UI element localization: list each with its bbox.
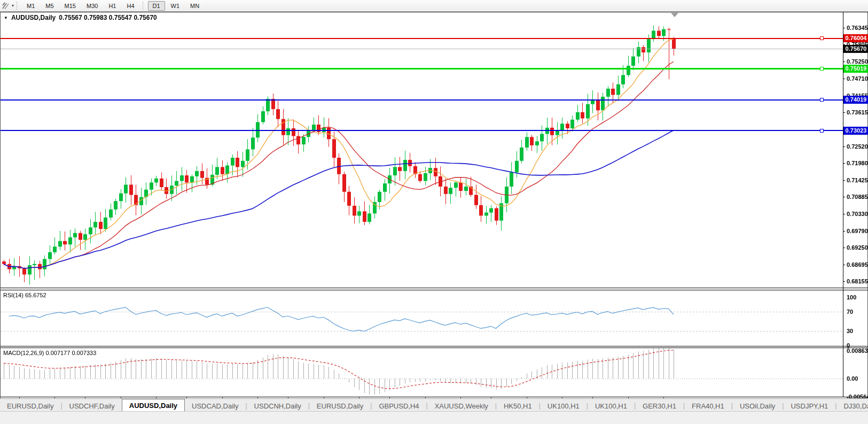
diagonal-hatch-icon: [2, 2, 10, 10]
price-tick-label: 0.69790: [847, 228, 868, 235]
price-tick: [843, 281, 845, 282]
timeframe-button-m15[interactable]: M15: [60, 1, 81, 11]
chart-tab-uk100-h1[interactable]: UK100,H1: [541, 400, 587, 412]
price-tick: [843, 61, 845, 62]
timeframe-button-w1[interactable]: W1: [166, 1, 185, 11]
price-level-badge: 0.75019: [843, 65, 868, 73]
price-tick: [843, 28, 845, 28]
price-tick: [843, 248, 845, 248]
price-tick-label: 0.70330: [847, 211, 868, 218]
timeframe-button-m5[interactable]: M5: [41, 1, 58, 11]
price-tick-label: 0.73615: [847, 109, 868, 116]
horizontal-level-line[interactable]: [1, 99, 843, 101]
chart-tab-uk100-h1[interactable]: UK100,H1: [588, 400, 634, 412]
horizontal-level-line[interactable]: [1, 38, 843, 39]
horizontal-level-line[interactable]: [1, 68, 843, 70]
rsi-canvas[interactable]: [1, 290, 843, 345]
price-tick: [843, 231, 845, 232]
price-tick: [843, 79, 845, 79]
chart-window: ▼ AUDUSD,Daily 0.75567 0.75983 0.75547 0…: [0, 12, 868, 423]
chart-tab-usdcnh-daily[interactable]: USDCNH,Daily: [247, 400, 308, 412]
price-tick-label: 0.70885: [847, 194, 868, 201]
price-level-badge: 0.74019: [843, 96, 868, 104]
price-tick-label: 0.71980: [847, 160, 868, 167]
rsi-axis-label: 70: [847, 309, 853, 315]
price-level-badge: 0.76004: [843, 34, 868, 42]
price-tick-label: 0.76345: [847, 25, 868, 32]
timeframe-button-h1[interactable]: H1: [104, 1, 121, 11]
chart-tab-usoil-daily[interactable]: USOil,Daily: [733, 400, 782, 412]
panel-splitter[interactable]: [1, 290, 868, 290]
chart-tab-usdjpy-h1[interactable]: USDJPY,H1: [784, 400, 835, 412]
chart-tab-dj30-daily[interactable]: DJ30,Daily: [836, 400, 868, 412]
price-tick-label: 0.72520: [847, 143, 868, 150]
status-strip: [0, 411, 868, 424]
timeframe-button-d1[interactable]: D1: [148, 1, 165, 11]
collapse-indicator-icon[interactable]: ▼: [4, 16, 8, 20]
current-price-badge: 0.75670: [843, 45, 868, 53]
timeframe-toolbar: ▾ M1M5M15M30H1H4D1W1MN: [0, 0, 868, 12]
price-tick: [843, 214, 845, 214]
price-tick-label: 0.68155: [847, 278, 868, 285]
chart-tab-audusd-daily[interactable]: AUDUSD,Daily: [122, 399, 185, 412]
toolbar-separator: [143, 2, 146, 10]
macd-canvas[interactable]: [1, 348, 843, 397]
chart-shift-marker[interactable]: [671, 13, 678, 17]
chart-tab-xauusd-weekly[interactable]: XAUUSD,Weekly: [428, 400, 495, 412]
macd-axis-label: 0.00: [847, 375, 858, 382]
timeframe-button-mn[interactable]: MN: [185, 1, 204, 11]
mt4-application: ▾ M1M5M15M30H1H4D1W1MN ▼ AUDUSD,Daily 0.…: [0, 0, 868, 424]
level-line-handle[interactable]: [820, 67, 824, 71]
level-line-handle[interactable]: [820, 36, 824, 40]
panel-splitter[interactable]: [1, 346, 868, 346]
chart-tab-gbpusd-h4[interactable]: GBPUSD,H4: [372, 400, 426, 412]
toolbar-separator: [17, 2, 20, 10]
price-tick: [843, 112, 845, 113]
price-tick: [843, 180, 845, 181]
timeframe-button-m1[interactable]: M1: [22, 1, 40, 11]
level-line-handle[interactable]: [820, 129, 824, 133]
level-line-handle[interactable]: [820, 98, 824, 102]
timeframe-buttons: M1M5M15M30H1H4D1W1MN: [21, 1, 205, 11]
panel-splitter[interactable]: [1, 288, 868, 288]
chart-tab-hk50-h1[interactable]: HK50,H1: [497, 400, 539, 412]
chart-ohlc-values: 0.75567 0.75983 0.75547 0.75670: [59, 14, 157, 21]
chart-title: ▼ AUDUSD,Daily 0.75567 0.75983 0.75547 0…: [4, 14, 157, 21]
price-tick: [843, 163, 845, 164]
chart-tab-fra40-h1[interactable]: FRA40,H1: [685, 400, 731, 412]
window-bottom-border: [1, 397, 868, 397]
chart-tab-usdchf-daily[interactable]: USDCHF,Daily: [62, 400, 122, 412]
timeframe-button-h4[interactable]: H4: [122, 1, 139, 11]
chart-tab-eurusd-daily[interactable]: EURUSD,Daily: [0, 400, 60, 412]
price-level-badge: 0.73023: [843, 127, 868, 135]
chart-tools-icon[interactable]: ▾: [2, 2, 14, 10]
price-tick: [843, 265, 845, 265]
macd-indicator-label: MACD(12,26,9) 0.007177 0.007333: [3, 350, 96, 356]
price-tick-label: 0.68695: [847, 261, 868, 268]
panel-splitter[interactable]: [1, 348, 868, 348]
chart-tab-ger30-h1[interactable]: GER30,H1: [636, 400, 683, 412]
price-tick: [843, 197, 845, 197]
price-tick-label: 0.74710: [847, 75, 868, 82]
timeframe-button-m30[interactable]: M30: [82, 1, 103, 11]
rsi-axis-label: 100: [847, 294, 856, 301]
chart-symbol-timeframe: AUDUSD,Daily: [11, 14, 56, 21]
main-chart-canvas[interactable]: [1, 12, 843, 287]
rsi-axis-label: 30: [847, 328, 853, 335]
current-price-line: [1, 49, 843, 49]
chart-tab-bar: EURUSD,Daily|USDCHF,DailyAUDUSD,DailyUSD…: [0, 398, 868, 412]
price-tick-label: 0.71425: [847, 177, 868, 184]
chart-tab-eurusd-daily[interactable]: EURUSD,Daily: [310, 400, 370, 412]
dropdown-caret-icon[interactable]: ▾: [12, 3, 14, 8]
price-tick-label: 0.69250: [847, 244, 868, 251]
horizontal-level-line[interactable]: [1, 130, 843, 131]
price-tick: [843, 147, 845, 147]
macd-axis-label: 0.008633: [847, 348, 868, 354]
chart-tab-usdcad-daily[interactable]: USDCAD,Daily: [185, 400, 245, 412]
rsi-indicator-label: RSI(14) 65.6752: [3, 292, 46, 298]
